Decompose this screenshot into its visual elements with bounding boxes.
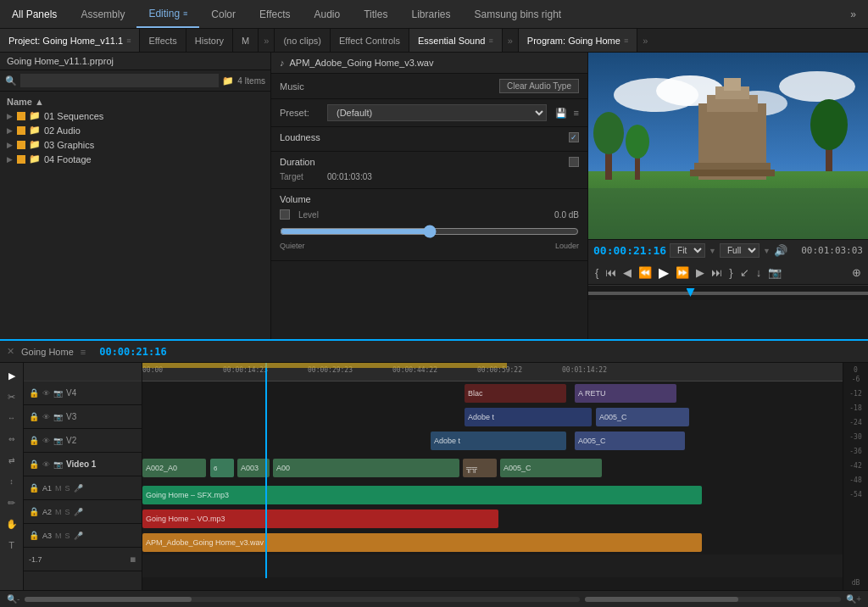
preset-select[interactable]: (Default): [327, 104, 547, 121]
nav-all-panels[interactable]: All Panels: [0, 0, 69, 28]
goto-out-btn[interactable]: ⏭: [709, 265, 724, 281]
nav-more[interactable]: »: [838, 0, 868, 28]
tool-pen[interactable]: ✏: [3, 493, 21, 512]
camera-icon-v3[interactable]: 📷: [53, 413, 63, 421]
goto-in-btn[interactable]: ⏮: [604, 265, 618, 281]
clip-v2-adobe[interactable]: Adobe t: [431, 432, 566, 450]
loudness-checkbox[interactable]: [569, 132, 579, 142]
volume-slider[interactable]: [280, 225, 579, 238]
mic-icon-a1[interactable]: 🎤: [74, 484, 83, 493]
mic-icon-a2[interactable]: 🎤: [74, 508, 83, 516]
lock-icon-a1[interactable]: 🔒: [29, 483, 39, 493]
mute-icon-a2[interactable]: M: [55, 508, 62, 516]
clip-v1-6[interactable]: 6: [210, 459, 234, 477]
clip-v4-blac[interactable]: Blac: [465, 384, 566, 403]
tool-roll[interactable]: ⇔: [3, 430, 21, 448]
tree-item-03-graphics[interactable]: ▶ 📁 03 Graphics: [0, 137, 270, 152]
insert-btn[interactable]: ↙: [738, 265, 751, 281]
nav-samsung[interactable]: Samsung bins right: [462, 0, 573, 28]
mute-icon-a1[interactable]: M: [55, 484, 62, 493]
tab-m[interactable]: M: [233, 29, 259, 52]
nav-libraries[interactable]: Libraries: [399, 0, 462, 28]
program-playbar[interactable]: [588, 285, 868, 300]
expand-icon-03[interactable]: ▶: [7, 141, 17, 149]
lock-icon-a3[interactable]: 🔒: [29, 531, 39, 540]
camera-icon-v4[interactable]: 📷: [53, 389, 63, 398]
nav-color[interactable]: Color: [199, 0, 248, 28]
lock-icon-v4[interactable]: 🔒: [29, 388, 39, 398]
tab-essential-sound[interactable]: Essential Sound ≡: [409, 29, 503, 52]
lock-icon-a2[interactable]: 🔒: [29, 507, 39, 516]
solo-icon-a3[interactable]: S: [65, 532, 70, 540]
track-row-a1[interactable]: Going Home – SFX.mp3: [142, 483, 843, 507]
eye-icon-v2[interactable]: 👁: [42, 437, 50, 445]
nav-titles[interactable]: Titles: [352, 0, 399, 28]
overwrite-btn[interactable]: ↓: [754, 265, 764, 281]
tab-history[interactable]: History: [186, 29, 233, 52]
tree-item-04-footage[interactable]: ▶ 📁 04 Footage: [0, 152, 270, 166]
clip-v1-wave[interactable]: ╦╦: [463, 459, 497, 477]
fwd-btn[interactable]: ⏩: [674, 265, 691, 281]
clip-v1-a003[interactable]: A003: [237, 459, 270, 477]
clip-v3-adobe[interactable]: Adobe t: [465, 408, 592, 426]
clear-audio-type-btn[interactable]: Clear Audio Type: [499, 79, 579, 93]
zoom-out-icon[interactable]: 🔍-: [7, 594, 19, 604]
timeline-scroll-bar[interactable]: [25, 597, 579, 602]
solo-icon-a1[interactable]: S: [65, 484, 70, 493]
tab-project[interactable]: Project: Going Home_v11.1 ≡: [0, 29, 140, 52]
timeline-close-btn[interactable]: ✕: [7, 346, 14, 357]
tab-effects[interactable]: Effects: [140, 29, 186, 52]
track-row-a3[interactable]: APM_Adobe_Going Home_v3.wav: [142, 531, 843, 554]
nav-editing[interactable]: Editing ≡: [136, 0, 199, 28]
search-input[interactable]: [20, 74, 219, 87]
track-row-v2[interactable]: Adobe t A005_C: [142, 429, 843, 453]
nav-effects[interactable]: Effects: [248, 0, 302, 28]
tree-item-01-sequences[interactable]: ▶ 📁 01 Sequences: [0, 109, 270, 123]
tab-menu-icon[interactable]: ≡: [126, 36, 131, 45]
tool-type[interactable]: T: [3, 536, 21, 554]
clip-a2-vo[interactable]: Going Home – VO.mp3: [142, 510, 498, 528]
expand-icon-01[interactable]: ▶: [7, 112, 17, 120]
eye-icon-v3[interactable]: 👁: [42, 413, 50, 421]
expand-icon-04[interactable]: ▶: [7, 155, 17, 164]
duration-checkbox[interactable]: [569, 157, 579, 167]
zoom-in-icon[interactable]: 🔍+: [846, 594, 861, 604]
track-row-v4[interactable]: Blac A RETU: [142, 381, 843, 405]
clip-a3-apm[interactable]: APM_Adobe_Going Home_v3.wav: [142, 533, 702, 552]
tool-select[interactable]: ▶: [3, 366, 21, 385]
play-btn[interactable]: ▶: [657, 263, 670, 282]
clip-v4-aretu[interactable]: A RETU: [575, 384, 676, 403]
essential-sound-menu-icon[interactable]: ≡: [488, 36, 492, 45]
lock-icon-v1[interactable]: 🔒: [29, 459, 39, 469]
middle-tabs-more[interactable]: »: [503, 29, 518, 52]
export-frame-btn[interactable]: 📷: [766, 265, 783, 281]
track-row-v3[interactable]: Adobe t A005_C: [142, 405, 843, 429]
settings-btn[interactable]: ⊕: [850, 265, 863, 281]
right-tabs-more[interactable]: »: [637, 29, 653, 52]
track-row-a2[interactable]: Going Home – VO.mp3: [142, 507, 843, 531]
nav-audio[interactable]: Audio: [303, 0, 353, 28]
mute-icon-a3[interactable]: M: [55, 532, 62, 540]
program-menu-icon[interactable]: ≡: [624, 36, 628, 45]
eye-icon-v4[interactable]: 👁: [42, 389, 50, 398]
timeline-tab-label[interactable]: Going Home: [21, 347, 74, 357]
clip-v1-a002[interactable]: A002_A0: [142, 459, 206, 477]
lock-icon-v3[interactable]: 🔒: [29, 412, 39, 421]
track-area[interactable]: 00:00 00:00:14:23 00:00:29:23 00:00:44:2…: [142, 363, 843, 590]
tool-razor[interactable]: ✂: [3, 387, 21, 406]
expand-icon-02[interactable]: ▶: [7, 126, 17, 135]
tab-program-monitor[interactable]: Program: Going Home ≡: [519, 29, 637, 52]
tool-hand[interactable]: ✋: [3, 515, 21, 533]
step-fwd-btn[interactable]: ▶: [694, 265, 706, 281]
clip-v1-a005[interactable]: A005_C: [500, 459, 602, 477]
mark-in-btn[interactable]: {: [593, 265, 600, 281]
master-vol-icon[interactable]: ⏹: [129, 555, 136, 564]
quality-select[interactable]: Full: [720, 243, 760, 258]
step-back-btn[interactable]: ◀: [621, 265, 633, 281]
timeline-playbar[interactable]: [585, 597, 841, 602]
preset-menu-icon[interactable]: ≡: [574, 108, 579, 118]
clip-v3-a005[interactable]: A005_C: [596, 408, 689, 426]
tab-effect-controls[interactable]: Effect Controls: [331, 29, 409, 52]
camera-icon-v2[interactable]: 📷: [53, 437, 63, 445]
back-btn[interactable]: ⏪: [637, 265, 654, 281]
